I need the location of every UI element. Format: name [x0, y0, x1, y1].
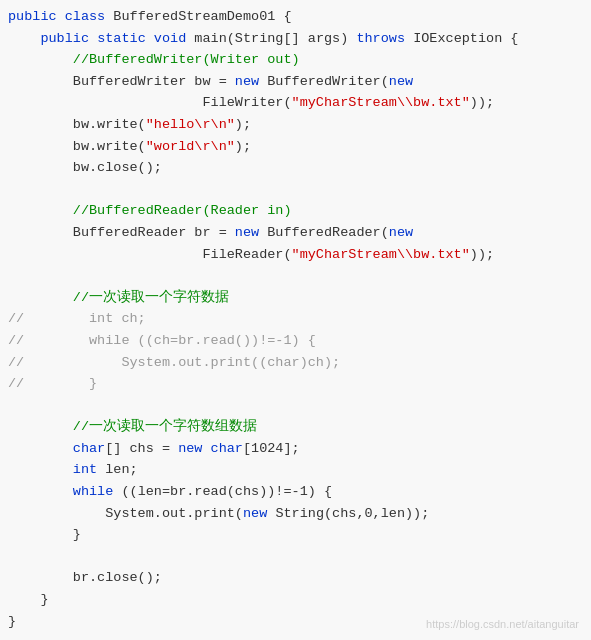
- code-line-5: FileWriter("myCharStream\\bw.txt"));: [8, 92, 583, 114]
- code-line-9: [8, 179, 583, 201]
- code-line-18: // }: [8, 373, 583, 395]
- code-line-7: bw.write("world\r\n");: [8, 136, 583, 158]
- code-line-25: }: [8, 524, 583, 546]
- code-line-1: public class BufferedStreamDemo01 {: [8, 6, 583, 28]
- code-line-24: System.out.print(new String(chs,0,len));: [8, 503, 583, 525]
- watermark: https://blog.csdn.net/aitanguitar: [426, 618, 579, 630]
- code-line-11: BufferedReader br = new BufferedReader(n…: [8, 222, 583, 244]
- code-line-21: char[] chs = new char[1024];: [8, 438, 583, 460]
- code-line-17: // System.out.print((char)ch);: [8, 352, 583, 374]
- code-line-10: //BufferedReader(Reader in): [8, 200, 583, 222]
- code-line-27: br.close();: [8, 567, 583, 589]
- code-line-3: //BufferedWriter(Writer out): [8, 49, 583, 71]
- code-editor: public class BufferedStreamDemo01 { publ…: [0, 0, 591, 640]
- code-line-23: while ((len=br.read(chs))!=-1) {: [8, 481, 583, 503]
- code-line-22: int len;: [8, 459, 583, 481]
- code-line-15: // int ch;: [8, 308, 583, 330]
- code-line-19: [8, 395, 583, 417]
- code-line-8: bw.close();: [8, 157, 583, 179]
- code-line-6: bw.write("hello\r\n");: [8, 114, 583, 136]
- code-line-28: }: [8, 589, 583, 611]
- code-line-20: //一次读取一个字符数组数据: [8, 416, 583, 438]
- code-line-16: // while ((ch=br.read())!=-1) {: [8, 330, 583, 352]
- code-line-14: //一次读取一个字符数据: [8, 287, 583, 309]
- code-line-4: BufferedWriter bw = new BufferedWriter(n…: [8, 71, 583, 93]
- code-line-26: [8, 546, 583, 568]
- code-line-2: public static void main(String[] args) t…: [8, 28, 583, 50]
- code-line-13: [8, 265, 583, 287]
- code-line-12: FileReader("myCharStream\\bw.txt"));: [8, 244, 583, 266]
